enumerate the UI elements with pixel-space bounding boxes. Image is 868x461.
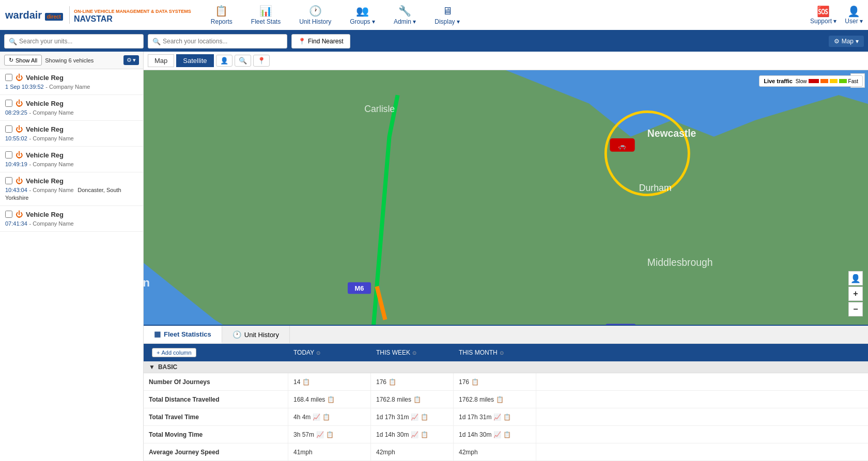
nav-support[interactable]: 🆘 Support ▾ [810,5,836,25]
nav-right: 🆘 Support ▾ 👤 User ▾ [810,5,863,25]
vehicle-company-1: Company Name [49,84,90,90]
cell-distance-today: 168.4 miles 📋 [288,391,371,408]
vehicle-item[interactable]: ⏻ Vehicle Reg 10:43:04 - Company Name Do… [0,172,143,206]
add-column-label: Add column [161,349,191,356]
zoom-out-button[interactable]: − [848,302,863,316]
cell-distance-name: Total Distance Travelled [144,391,288,408]
nav-display[interactable]: 🖥 Display ▾ [425,2,469,28]
settings-icon: ⚙ [127,57,132,63]
power-icon-2: ⏻ [16,99,23,107]
map-person-icon[interactable]: 👤 [848,271,863,285]
svg-text:Durham: Durham [639,183,672,193]
vehicle-time-1: 1 Sep 10:39:52 [5,84,44,90]
traffic-bar-orange [820,79,828,83]
stats-row-travel-time: Total Travel Time 4h 4m 📈 📋 1d 17h 31m 📈… [144,408,868,426]
power-icon-5: ⏻ [16,177,23,185]
sidebar-settings-button[interactable]: ⚙ ▾ [123,55,139,65]
vehicle-checkbox-6[interactable] [5,211,12,218]
nav-reports[interactable]: 📋 Reports [202,2,242,28]
nav-user[interactable]: 👤 User ▾ [845,5,863,25]
data-icon: 📋 [496,396,504,403]
stats-row-moving-time: Total Moving Time 3h 57m 📈 📋 1d 14h 30m … [144,426,868,443]
cell-movingtime-week: 1d 14h 30m 📈 📋 [371,426,454,443]
vehicle-item[interactable]: ⏻ Vehicle Reg 07:41:34 - Company Name [0,206,143,232]
vehicle-reg-3: Vehicle Reg [26,125,64,133]
search-row: 🔍 🔍 📍 Find Nearest ⚙ Map ▾ [0,31,868,52]
vehicle-checkbox-4[interactable] [5,151,12,158]
vehicle-checkbox-5[interactable] [5,177,12,184]
vehicle-company-2: Company Name [33,109,73,116]
stats-header-week: THIS WEEK ⊙ [371,346,454,359]
show-all-button[interactable]: ↻ Show All [4,55,42,66]
unit-history-icon: 🕐 [309,5,322,17]
zoom-in-button[interactable]: + [848,287,863,301]
cell-journeys-name: Number Of Journeys [144,373,288,390]
support-icon: 🆘 [817,5,830,18]
vehicle-row5: ⏻ Vehicle Reg [5,177,138,185]
map-tool-pegman[interactable]: 👤 [216,55,233,67]
header-today-label: TODAY [293,349,314,356]
map-button[interactable]: ⚙ Map ▾ [829,36,864,47]
vehicle-checkbox-3[interactable] [5,125,12,133]
traffic-bar-yellow [830,79,838,83]
chart-icon: 📈 [313,414,320,421]
units-search-icon: 🔍 [9,38,17,45]
vehicle-count: Showing 6 vehicles [45,57,120,63]
svg-text:Isle of Man: Isle of Man [144,276,150,289]
add-column-button[interactable]: + Add column [152,348,196,357]
sort-week-icon[interactable]: ⊙ [412,350,416,356]
unit-history-tab-label: Unit History [244,331,279,339]
vehicle-details-6: 07:41:34 - Company Name [5,219,138,227]
svg-text:Newcastle: Newcastle [647,128,696,139]
chart-icon: 📈 [493,414,501,421]
cell-avgspeed-name: Average Journey Speed [144,443,288,460]
map-button-label: Map [842,38,854,45]
chart-icon: 📈 [493,431,501,438]
locations-search-input[interactable] [163,38,283,45]
vehicle-checkbox-2[interactable] [5,100,12,107]
sort-today-icon[interactable]: ⊙ [316,350,320,356]
vehicle-time-6: 07:41:34 [5,220,27,227]
map-tab-satellite[interactable]: Satellite [176,54,213,67]
cell-avgspeed-month: 42mph [454,443,536,460]
chart-icon: 📈 [316,431,324,438]
cell-movingtime-month: 1d 14h 30m 📈 📋 [454,426,536,443]
find-nearest-button[interactable]: 📍 Find Nearest [291,34,350,49]
data-icon: 📋 [421,431,428,438]
reports-icon: 📋 [215,5,228,17]
stats-add-col: + Add column [144,343,288,362]
vehicle-item[interactable]: ⏻ Vehicle Reg 10:49:19 - Company Name [0,147,143,172]
cell-journeys-month: 176 📋 [454,373,536,390]
vehicle-item[interactable]: ⏻ Vehicle Reg 10:55:02 - Company Name [0,121,143,147]
map-tool-measure[interactable]: 📍 [253,55,270,67]
vehicle-item[interactable]: ⏻ Vehicle Reg 08:29:25 - Company Name [0,95,143,121]
stats-table: + Add column TODAY ⊙ THIS WEEK ⊙ THIS MO… [144,344,868,461]
logo-area: wardair direct ON-LINE VEHICLE MANAGEMEN… [5,6,191,24]
map-container: Map Satellite 👤 🔍 📍 [144,52,868,461]
traffic-bar-red [809,79,819,83]
display-icon: 🖥 [442,5,453,17]
nav-admin[interactable]: 🔧 Admin ▾ [384,2,425,28]
map-tool-zoom[interactable]: 🔍 [235,55,251,67]
cell-avgspeed-week: 42mph [371,443,454,460]
tab-unit-history[interactable]: 🕐 Unit History [222,326,290,343]
cell-movingtime-today: 3h 57m 📈 📋 [288,426,371,443]
collapse-icon[interactable]: ▼ [149,363,155,371]
vehicle-item[interactable]: ⏻ Vehicle Reg 1 Sep 10:39:52 - Company N… [0,69,143,95]
tab-fleet-statistics[interactable]: ▦ Fleet Statistics [144,326,222,343]
vehicle-details-4: 10:49:19 - Company Name [5,160,138,168]
units-search-input[interactable] [19,38,139,45]
nav-admin-label: Admin ▾ [394,18,416,25]
nav-groups[interactable]: 👥 Groups ▾ [340,2,384,28]
main-content: ↻ Show All Showing 6 vehicles ⚙ ▾ ⏻ Vehi… [0,52,868,461]
sort-month-icon[interactable]: ⊙ [500,350,504,356]
cell-journeys-today: 14 📋 [288,373,371,390]
vehicle-reg-4: Vehicle Reg [26,151,64,159]
vehicle-checkbox-1[interactable] [5,74,12,81]
nav-fleet-stats[interactable]: 📊 Fleet Stats [242,2,290,28]
cell-avgspeed-today: 41mph [288,443,371,460]
live-traffic-indicator: Live traffic Slow Fast [759,75,863,87]
nav-unit-history[interactable]: 🕐 Unit History [290,2,340,28]
stats-header-month: THIS MONTH ⊙ [454,346,536,359]
map-tab-map[interactable]: Map [148,54,174,67]
